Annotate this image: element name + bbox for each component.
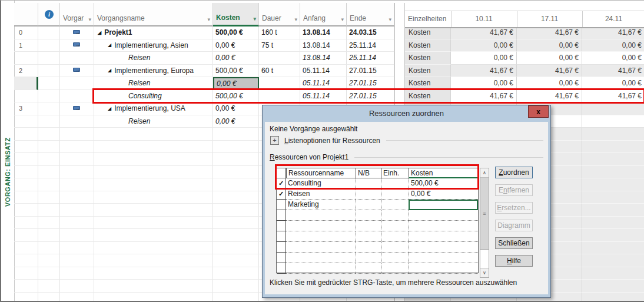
row-id-cell[interactable] — [14, 242, 38, 255]
zuordnen-button[interactable]: Zuordnen — [495, 167, 533, 178]
start-cell[interactable]: 13.08.14 — [300, 39, 347, 52]
cost-cell[interactable] — [213, 204, 259, 217]
resource-row[interactable]: Marketing — [277, 200, 478, 210]
indicator-cell[interactable] — [38, 217, 60, 230]
resource-row[interactable] — [277, 221, 478, 231]
resource-cost-cell[interactable]: 0,00 € — [409, 189, 478, 200]
resource-units-cell[interactable] — [381, 210, 409, 221]
row-id-cell[interactable]: 0 — [14, 26, 38, 39]
timephased-cell[interactable]: 0,00 € — [582, 39, 644, 52]
resource-nb-cell[interactable] — [356, 189, 381, 200]
resource-units-cell[interactable] — [381, 242, 409, 253]
timephased-cell[interactable] — [582, 102, 644, 115]
cost-cell[interactable]: 0,00 € — [213, 102, 259, 115]
cost-cell[interactable]: 500,00 € — [213, 65, 259, 78]
expand-collapse-icon[interactable]: ◢ — [108, 42, 111, 48]
resource-nb-cell[interactable] — [356, 210, 381, 221]
task-name-cell[interactable] — [94, 217, 213, 230]
task-mode-cell[interactable] — [60, 52, 94, 65]
cost-cell[interactable] — [213, 229, 259, 242]
indicator-cell[interactable] — [38, 128, 60, 141]
expander-plus-button[interactable]: + — [270, 136, 279, 145]
indicator-cell[interactable] — [38, 293, 60, 302]
indicator-cell[interactable] — [38, 153, 60, 166]
resource-checked-cell[interactable]: ✓ — [277, 189, 286, 200]
resource-checked-cell[interactable] — [277, 200, 286, 210]
row-id-cell[interactable] — [14, 229, 38, 242]
resource-nb-cell[interactable] — [356, 242, 381, 253]
row-id-cell[interactable] — [14, 52, 38, 65]
task-mode-cell[interactable] — [60, 115, 94, 128]
resource-name-cell[interactable]: Reisen — [286, 189, 356, 200]
start-cell[interactable]: 05.11.14 — [300, 65, 347, 78]
indicator-cell[interactable] — [38, 254, 60, 267]
indicator-cell[interactable] — [38, 280, 60, 293]
resource-row[interactable] — [277, 242, 478, 253]
indicator-cell[interactable] — [38, 77, 60, 90]
indicator-cell[interactable] — [38, 141, 60, 154]
scroll-up-icon[interactable]: ∧ — [480, 168, 489, 178]
resource-checked-cell[interactable] — [277, 242, 286, 253]
task-name-cell[interactable] — [94, 191, 213, 204]
resource-row[interactable] — [277, 263, 478, 274]
filter-dropdown-icon[interactable]: ▾ — [253, 16, 256, 22]
scroll-down-icon[interactable]: ∨ — [480, 268, 489, 277]
task-mode-cell[interactable] — [60, 153, 94, 166]
scrollbar[interactable]: ∧ ≡ ∨ — [480, 168, 489, 278]
cost-cell[interactable] — [213, 128, 259, 141]
task-name-cell[interactable] — [94, 242, 213, 255]
task-mode-cell[interactable] — [60, 217, 94, 230]
cost-cell[interactable] — [213, 293, 259, 302]
column-header-task-mode[interactable]: Vorgar ▾ — [60, 3, 94, 26]
cost-cell[interactable] — [213, 254, 259, 267]
resource-cost-cell[interactable] — [409, 263, 478, 274]
scrollbar-thumb[interactable]: ≡ — [480, 178, 489, 250]
hilfe-button[interactable]: Hilfe — [495, 255, 533, 267]
resource-units-cell[interactable] — [381, 263, 409, 274]
row-id-cell[interactable] — [14, 128, 38, 141]
task-name-cell[interactable]: ◢Projekt1 — [94, 26, 213, 39]
task-mode-cell[interactable]: → — [60, 102, 94, 115]
task-name-cell[interactable] — [94, 178, 213, 191]
task-name-cell[interactable]: ◢Implementierung, Asien — [94, 39, 213, 52]
task-mode-cell[interactable] — [60, 178, 94, 191]
finish-cell[interactable]: 24.03.15 — [347, 26, 394, 39]
resource-name-cell[interactable]: Marketing — [286, 200, 356, 210]
task-name-cell[interactable] — [94, 153, 213, 166]
indicator-cell[interactable] — [38, 242, 60, 255]
resource-units-cell[interactable] — [381, 231, 409, 242]
indicator-cell[interactable] — [38, 229, 60, 242]
row-id-cell[interactable] — [14, 115, 38, 128]
resource-units-cell[interactable] — [381, 200, 409, 210]
task-name-cell[interactable] — [94, 229, 213, 242]
finish-cell[interactable]: 25.11.14 — [347, 52, 394, 65]
indicator-cell[interactable] — [38, 267, 60, 280]
task-name-cell[interactable] — [94, 293, 213, 302]
timephased-cell[interactable]: 0,00 € — [517, 39, 582, 52]
resource-name-cell[interactable] — [286, 231, 356, 242]
task-name-cell[interactable]: Reisen — [94, 115, 213, 128]
indicator-cell[interactable] — [38, 90, 60, 103]
resource-cost-cell[interactable] — [409, 231, 478, 242]
task-name-cell[interactable] — [94, 254, 213, 267]
indicator-cell[interactable] — [38, 39, 60, 52]
task-mode-cell[interactable] — [60, 166, 94, 179]
task-name-cell[interactable] — [94, 267, 213, 280]
task-name-cell[interactable]: Reisen — [94, 52, 213, 65]
duration-cell[interactable]: 60 t — [259, 65, 300, 78]
row-id-cell[interactable] — [14, 178, 38, 191]
indicator-cell[interactable] — [38, 26, 60, 39]
column-header-task-name[interactable]: Vorgangsname ▾ — [94, 3, 213, 26]
task-mode-cell[interactable] — [60, 141, 94, 154]
task-mode-cell[interactable]: → — [60, 26, 94, 39]
task-mode-cell[interactable]: → — [60, 39, 94, 52]
resource-nb-cell[interactable] — [356, 200, 381, 210]
column-header-finish[interactable]: Ende ▾ — [347, 3, 394, 26]
task-name-cell[interactable] — [94, 204, 213, 217]
column-header-start[interactable]: Anfang ▾ — [300, 3, 347, 26]
resource-nb-cell[interactable] — [356, 221, 381, 231]
row-id-cell[interactable] — [14, 191, 38, 204]
resource-units-cell[interactable] — [381, 221, 409, 231]
close-icon[interactable]: x — [528, 105, 549, 118]
row-id-cell[interactable]: 1 — [14, 39, 38, 52]
